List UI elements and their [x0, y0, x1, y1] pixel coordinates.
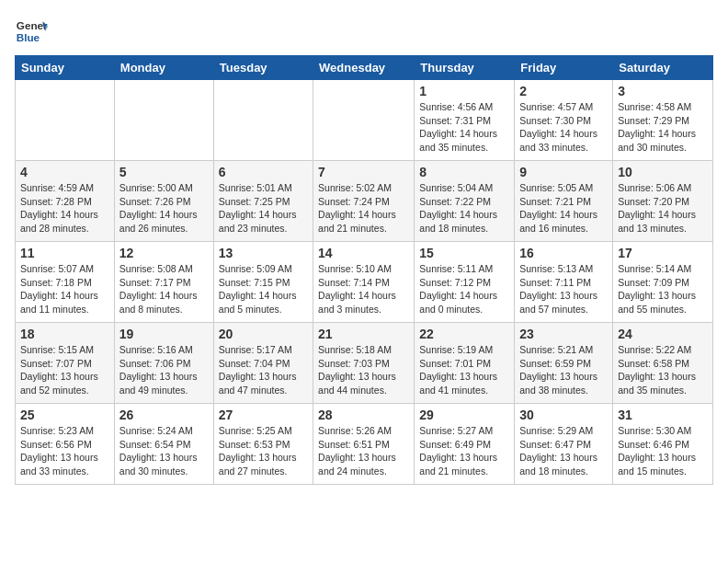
day-header-monday: Monday	[114, 56, 213, 80]
cell-date-number: 3	[618, 84, 708, 98]
cell-date-number: 5	[119, 165, 209, 179]
cell-info: Sunrise: 5:15 AMSunset: 7:07 PMDaylight:…	[20, 343, 109, 397]
cell-date-number: 31	[618, 408, 708, 422]
cell-date-number: 4	[20, 165, 109, 179]
cell-date-number: 28	[318, 408, 409, 422]
cell-date-number: 13	[219, 246, 308, 260]
calendar-cell: 18Sunrise: 5:15 AMSunset: 7:07 PMDayligh…	[16, 323, 115, 404]
calendar-cell	[114, 80, 213, 161]
calendar-cell: 8Sunrise: 5:04 AMSunset: 7:22 PMDaylight…	[415, 161, 515, 242]
calendar-cell: 24Sunrise: 5:22 AMSunset: 6:58 PMDayligh…	[613, 323, 713, 404]
cell-info: Sunrise: 5:05 AMSunset: 7:21 PMDaylight:…	[519, 181, 608, 236]
calendar-cell: 26Sunrise: 5:24 AMSunset: 6:54 PMDayligh…	[114, 404, 213, 485]
calendar-cell	[313, 80, 415, 161]
cell-info: Sunrise: 5:21 AMSunset: 6:59 PMDaylight:…	[519, 343, 608, 397]
cell-date-number: 16	[519, 246, 608, 260]
cell-info: Sunrise: 4:56 AMSunset: 7:31 PMDaylight:…	[419, 100, 509, 155]
cell-date-number: 25	[20, 408, 109, 422]
cell-date-number: 15	[419, 246, 509, 260]
calendar-cell: 29Sunrise: 5:27 AMSunset: 6:49 PMDayligh…	[415, 404, 515, 485]
cell-info: Sunrise: 5:13 AMSunset: 7:11 PMDaylight:…	[519, 262, 608, 316]
cell-date-number: 1	[419, 84, 509, 98]
week-row-1: 1Sunrise: 4:56 AMSunset: 7:31 PMDaylight…	[16, 80, 713, 161]
cell-date-number: 22	[419, 327, 509, 341]
cell-info: Sunrise: 5:27 AMSunset: 6:49 PMDaylight:…	[419, 424, 509, 478]
cell-info: Sunrise: 4:57 AMSunset: 7:30 PMDaylight:…	[519, 100, 608, 155]
cell-info: Sunrise: 4:58 AMSunset: 7:29 PMDaylight:…	[618, 100, 708, 155]
cell-date-number: 6	[219, 165, 308, 179]
cell-info: Sunrise: 5:06 AMSunset: 7:20 PMDaylight:…	[618, 181, 708, 236]
logo-icon: General Blue	[15, 15, 48, 48]
day-header-wednesday: Wednesday	[313, 56, 415, 80]
calendar-cell: 6Sunrise: 5:01 AMSunset: 7:25 PMDaylight…	[213, 161, 313, 242]
calendar-cell: 15Sunrise: 5:11 AMSunset: 7:12 PMDayligh…	[415, 242, 515, 323]
cell-info: Sunrise: 5:29 AMSunset: 6:47 PMDaylight:…	[519, 424, 608, 478]
calendar-cell: 10Sunrise: 5:06 AMSunset: 7:20 PMDayligh…	[613, 161, 713, 242]
cell-info: Sunrise: 5:10 AMSunset: 7:14 PMDaylight:…	[318, 262, 409, 316]
cell-info: Sunrise: 4:59 AMSunset: 7:28 PMDaylight:…	[20, 181, 109, 236]
svg-text:Blue: Blue	[17, 31, 40, 43]
cell-date-number: 30	[519, 408, 608, 422]
cell-info: Sunrise: 5:02 AMSunset: 7:24 PMDaylight:…	[318, 181, 409, 236]
week-row-3: 11Sunrise: 5:07 AMSunset: 7:18 PMDayligh…	[16, 242, 713, 323]
cell-date-number: 17	[618, 246, 708, 260]
calendar-cell: 28Sunrise: 5:26 AMSunset: 6:51 PMDayligh…	[313, 404, 415, 485]
calendar-cell: 20Sunrise: 5:17 AMSunset: 7:04 PMDayligh…	[213, 323, 313, 404]
cell-date-number: 23	[519, 327, 608, 341]
calendar-cell: 9Sunrise: 5:05 AMSunset: 7:21 PMDaylight…	[515, 161, 613, 242]
cell-date-number: 2	[519, 84, 608, 98]
calendar-cell: 23Sunrise: 5:21 AMSunset: 6:59 PMDayligh…	[515, 323, 613, 404]
cell-date-number: 27	[219, 408, 308, 422]
calendar-cell	[16, 80, 115, 161]
cell-info: Sunrise: 5:01 AMSunset: 7:25 PMDaylight:…	[219, 181, 308, 236]
calendar-table: SundayMondayTuesdayWednesdayThursdayFrid…	[15, 55, 713, 485]
cell-date-number: 26	[119, 408, 209, 422]
page-header: General Blue	[15, 15, 713, 48]
cell-date-number: 14	[318, 246, 409, 260]
cell-date-number: 9	[519, 165, 608, 179]
calendar-cell: 25Sunrise: 5:23 AMSunset: 6:56 PMDayligh…	[16, 404, 115, 485]
cell-info: Sunrise: 5:14 AMSunset: 7:09 PMDaylight:…	[618, 262, 708, 316]
calendar-cell: 19Sunrise: 5:16 AMSunset: 7:06 PMDayligh…	[114, 323, 213, 404]
cell-info: Sunrise: 5:17 AMSunset: 7:04 PMDaylight:…	[219, 343, 308, 397]
calendar-cell	[213, 80, 313, 161]
calendar-cell: 30Sunrise: 5:29 AMSunset: 6:47 PMDayligh…	[515, 404, 613, 485]
day-header-friday: Friday	[515, 56, 613, 80]
cell-info: Sunrise: 5:07 AMSunset: 7:18 PMDaylight:…	[20, 262, 109, 316]
cell-date-number: 24	[618, 327, 708, 341]
cell-info: Sunrise: 5:23 AMSunset: 6:56 PMDaylight:…	[20, 424, 109, 478]
calendar-cell: 31Sunrise: 5:30 AMSunset: 6:46 PMDayligh…	[613, 404, 713, 485]
calendar-cell: 21Sunrise: 5:18 AMSunset: 7:03 PMDayligh…	[313, 323, 415, 404]
cell-date-number: 19	[119, 327, 209, 341]
calendar-cell: 4Sunrise: 4:59 AMSunset: 7:28 PMDaylight…	[16, 161, 115, 242]
day-header-saturday: Saturday	[613, 56, 713, 80]
calendar-cell: 5Sunrise: 5:00 AMSunset: 7:26 PMDaylight…	[114, 161, 213, 242]
cell-info: Sunrise: 5:26 AMSunset: 6:51 PMDaylight:…	[318, 424, 409, 478]
logo: General Blue	[15, 15, 48, 48]
day-header-thursday: Thursday	[415, 56, 515, 80]
cell-info: Sunrise: 5:19 AMSunset: 7:01 PMDaylight:…	[419, 343, 509, 397]
cell-date-number: 8	[419, 165, 509, 179]
calendar-cell: 27Sunrise: 5:25 AMSunset: 6:53 PMDayligh…	[213, 404, 313, 485]
cell-date-number: 12	[119, 246, 209, 260]
cell-info: Sunrise: 5:30 AMSunset: 6:46 PMDaylight:…	[618, 424, 708, 478]
cell-date-number: 29	[419, 408, 509, 422]
calendar-cell: 17Sunrise: 5:14 AMSunset: 7:09 PMDayligh…	[613, 242, 713, 323]
cell-info: Sunrise: 5:25 AMSunset: 6:53 PMDaylight:…	[219, 424, 308, 478]
week-row-5: 25Sunrise: 5:23 AMSunset: 6:56 PMDayligh…	[16, 404, 713, 485]
day-header-tuesday: Tuesday	[213, 56, 313, 80]
cell-date-number: 18	[20, 327, 109, 341]
cell-info: Sunrise: 5:09 AMSunset: 7:15 PMDaylight:…	[219, 262, 308, 316]
week-row-4: 18Sunrise: 5:15 AMSunset: 7:07 PMDayligh…	[16, 323, 713, 404]
calendar-cell: 2Sunrise: 4:57 AMSunset: 7:30 PMDaylight…	[515, 80, 613, 161]
cell-date-number: 21	[318, 327, 409, 341]
calendar-cell: 12Sunrise: 5:08 AMSunset: 7:17 PMDayligh…	[114, 242, 213, 323]
cell-info: Sunrise: 5:16 AMSunset: 7:06 PMDaylight:…	[119, 343, 209, 397]
day-header-sunday: Sunday	[16, 56, 115, 80]
calendar-cell: 22Sunrise: 5:19 AMSunset: 7:01 PMDayligh…	[415, 323, 515, 404]
cell-info: Sunrise: 5:22 AMSunset: 6:58 PMDaylight:…	[618, 343, 708, 397]
cell-info: Sunrise: 5:24 AMSunset: 6:54 PMDaylight:…	[119, 424, 209, 478]
cell-info: Sunrise: 5:11 AMSunset: 7:12 PMDaylight:…	[419, 262, 509, 316]
cell-info: Sunrise: 5:00 AMSunset: 7:26 PMDaylight:…	[119, 181, 209, 236]
cell-date-number: 7	[318, 165, 409, 179]
